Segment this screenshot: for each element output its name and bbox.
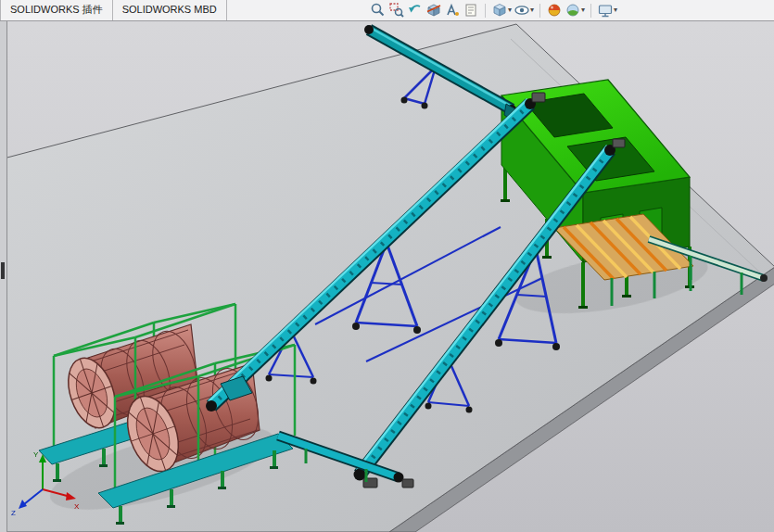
toolbar-separator <box>485 4 486 18</box>
edit-appearance-icon[interactable] <box>545 1 564 19</box>
view-settings-icon[interactable] <box>596 1 615 19</box>
section-view-icon[interactable] <box>425 1 443 19</box>
command-tabs: SOLIDWORKS 插件 SOLIDWORKS MBD <box>0 0 227 20</box>
model-scene[interactable]: Y X Z <box>0 0 774 532</box>
zoom-to-area-icon[interactable] <box>387 1 406 19</box>
panel-splitter-handle[interactable] <box>1 262 5 279</box>
y-axis-label: Y <box>33 450 39 459</box>
dropdown-arrow[interactable]: ▾ <box>614 1 617 19</box>
toolbar-separator <box>590 4 591 18</box>
solidworks-window: Y X Z SOLIDWORKS 插件 SOLIDWORKS MBD <box>0 0 774 532</box>
feature-manager-collapsed-panel[interactable] <box>0 20 7 532</box>
apply-scene-icon[interactable] <box>564 1 582 19</box>
graphics-viewport[interactable]: Y X Z <box>0 0 774 532</box>
command-tab-bar: SOLIDWORKS 插件 SOLIDWORKS MBD <box>0 0 774 21</box>
toolbar-separator <box>539 4 540 18</box>
z-axis-label: Z <box>11 509 16 517</box>
dropdown-arrow[interactable]: ▾ <box>508 1 512 19</box>
previous-view-icon[interactable] <box>406 1 425 19</box>
dropdown-arrow[interactable]: ▾ <box>581 1 585 19</box>
dropdown-arrow[interactable]: ▾ <box>530 1 534 19</box>
heads-up-view-toolbar: ▾ ▾ ▾ ▾ <box>369 0 618 20</box>
zoom-to-fit-icon[interactable] <box>369 1 387 19</box>
tab-solidworks-mbd[interactable]: SOLIDWORKS MBD <box>113 0 227 20</box>
view-orientation-icon[interactable] <box>490 1 509 19</box>
hide-show-items-icon[interactable] <box>513 1 531 19</box>
comment-icon[interactable] <box>462 1 480 19</box>
tab-solidworks-addins[interactable]: SOLIDWORKS 插件 <box>0 0 113 20</box>
x-axis-label: X <box>74 502 80 511</box>
annotation-view-icon[interactable] <box>443 1 462 19</box>
